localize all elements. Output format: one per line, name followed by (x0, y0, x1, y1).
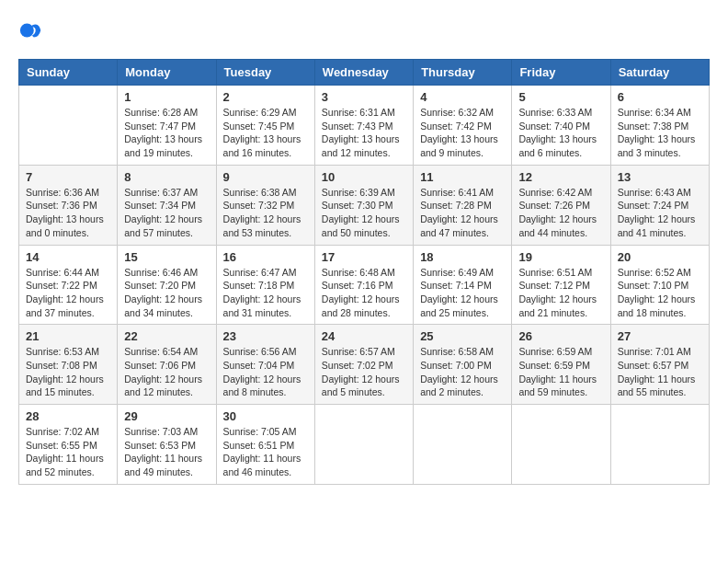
day-cell: 12Sunrise: 6:42 AM Sunset: 7:26 PM Dayli… (512, 165, 610, 245)
day-cell: 5Sunrise: 6:33 AM Sunset: 7:40 PM Daylig… (512, 86, 610, 166)
day-number: 13 (618, 170, 702, 184)
week-row-4: 28Sunrise: 7:02 AM Sunset: 6:55 PM Dayli… (19, 405, 710, 485)
day-cell: 4Sunrise: 6:32 AM Sunset: 7:42 PM Daylig… (414, 86, 512, 166)
day-info: Sunrise: 6:33 AM Sunset: 7:40 PM Dayligh… (518, 106, 603, 160)
header-wednesday: Wednesday (314, 60, 413, 86)
day-info: Sunrise: 6:51 AM Sunset: 7:12 PM Dayligh… (518, 266, 603, 320)
day-number: 1 (124, 90, 209, 104)
day-number: 8 (124, 170, 209, 184)
day-number: 18 (420, 250, 505, 264)
day-number: 20 (618, 250, 702, 264)
header-saturday: Saturday (610, 60, 709, 86)
svg-point-0 (20, 24, 34, 38)
day-number: 30 (223, 409, 308, 423)
day-number: 27 (618, 329, 702, 343)
day-info: Sunrise: 6:54 AM Sunset: 7:06 PM Dayligh… (124, 345, 209, 399)
day-info: Sunrise: 6:57 AM Sunset: 7:02 PM Dayligh… (322, 345, 406, 399)
day-cell (512, 405, 610, 485)
day-info: Sunrise: 7:02 AM Sunset: 6:55 PM Dayligh… (26, 425, 110, 479)
week-row-0: 1Sunrise: 6:28 AM Sunset: 7:47 PM Daylig… (19, 86, 710, 166)
day-info: Sunrise: 6:31 AM Sunset: 7:43 PM Dayligh… (322, 106, 406, 160)
day-number: 4 (420, 90, 505, 104)
day-cell (610, 405, 709, 485)
day-info: Sunrise: 6:28 AM Sunset: 7:47 PM Dayligh… (124, 106, 209, 160)
day-cell: 30Sunrise: 7:05 AM Sunset: 6:51 PM Dayli… (216, 405, 314, 485)
calendar-table: SundayMondayTuesdayWednesdayThursdayFrid… (18, 59, 710, 485)
week-row-3: 21Sunrise: 6:53 AM Sunset: 7:08 PM Dayli… (19, 325, 710, 405)
day-info: Sunrise: 6:48 AM Sunset: 7:16 PM Dayligh… (322, 266, 406, 320)
day-cell: 18Sunrise: 6:49 AM Sunset: 7:14 PM Dayli… (414, 245, 512, 325)
day-cell (314, 405, 413, 485)
day-info: Sunrise: 6:59 AM Sunset: 6:59 PM Dayligh… (518, 345, 603, 399)
day-number: 23 (223, 329, 308, 343)
day-cell: 28Sunrise: 7:02 AM Sunset: 6:55 PM Dayli… (19, 405, 118, 485)
day-number: 28 (26, 409, 110, 423)
day-number: 14 (26, 250, 110, 264)
day-cell: 22Sunrise: 6:54 AM Sunset: 7:06 PM Dayli… (118, 325, 216, 405)
day-cell: 9Sunrise: 6:38 AM Sunset: 7:32 PM Daylig… (216, 165, 314, 245)
day-cell: 10Sunrise: 6:39 AM Sunset: 7:30 PM Dayli… (314, 165, 413, 245)
day-number: 25 (420, 329, 505, 343)
day-number: 7 (26, 170, 110, 184)
day-info: Sunrise: 6:34 AM Sunset: 7:38 PM Dayligh… (618, 106, 702, 160)
day-number: 3 (322, 90, 406, 104)
day-info: Sunrise: 6:44 AM Sunset: 7:22 PM Dayligh… (26, 266, 110, 320)
day-number: 9 (223, 170, 308, 184)
day-number: 22 (124, 329, 209, 343)
day-number: 21 (26, 329, 110, 343)
day-info: Sunrise: 7:03 AM Sunset: 6:53 PM Dayligh… (124, 425, 209, 479)
day-cell: 1Sunrise: 6:28 AM Sunset: 7:47 PM Daylig… (118, 86, 216, 166)
day-info: Sunrise: 6:36 AM Sunset: 7:36 PM Dayligh… (26, 186, 110, 240)
day-info: Sunrise: 6:52 AM Sunset: 7:10 PM Dayligh… (618, 266, 702, 320)
week-row-2: 14Sunrise: 6:44 AM Sunset: 7:22 PM Dayli… (19, 245, 710, 325)
day-cell (414, 405, 512, 485)
day-info: Sunrise: 6:42 AM Sunset: 7:26 PM Dayligh… (518, 186, 603, 240)
day-cell: 17Sunrise: 6:48 AM Sunset: 7:16 PM Dayli… (314, 245, 413, 325)
header-row: SundayMondayTuesdayWednesdayThursdayFrid… (19, 60, 710, 86)
day-number: 17 (322, 250, 406, 264)
day-cell (19, 86, 118, 166)
logo (18, 18, 48, 44)
day-number: 19 (518, 250, 603, 264)
day-cell: 16Sunrise: 6:47 AM Sunset: 7:18 PM Dayli… (216, 245, 314, 325)
day-info: Sunrise: 6:46 AM Sunset: 7:20 PM Dayligh… (124, 266, 209, 320)
calendar-body: 1Sunrise: 6:28 AM Sunset: 7:47 PM Daylig… (19, 86, 710, 485)
day-cell: 13Sunrise: 6:43 AM Sunset: 7:24 PM Dayli… (610, 165, 709, 245)
header-sunday: Sunday (19, 60, 118, 86)
day-number: 26 (518, 329, 603, 343)
header-monday: Monday (118, 60, 216, 86)
calendar-header: SundayMondayTuesdayWednesdayThursdayFrid… (19, 60, 710, 86)
day-info: Sunrise: 6:43 AM Sunset: 7:24 PM Dayligh… (618, 186, 702, 240)
day-cell: 26Sunrise: 6:59 AM Sunset: 6:59 PM Dayli… (512, 325, 610, 405)
day-cell: 20Sunrise: 6:52 AM Sunset: 7:10 PM Dayli… (610, 245, 709, 325)
day-info: Sunrise: 6:56 AM Sunset: 7:04 PM Dayligh… (223, 345, 308, 399)
day-cell: 6Sunrise: 6:34 AM Sunset: 7:38 PM Daylig… (610, 86, 709, 166)
day-number: 12 (518, 170, 603, 184)
day-cell: 19Sunrise: 6:51 AM Sunset: 7:12 PM Dayli… (512, 245, 610, 325)
day-info: Sunrise: 6:58 AM Sunset: 7:00 PM Dayligh… (420, 345, 505, 399)
week-row-1: 7Sunrise: 6:36 AM Sunset: 7:36 PM Daylig… (19, 165, 710, 245)
day-number: 29 (124, 409, 209, 423)
day-info: Sunrise: 6:53 AM Sunset: 7:08 PM Dayligh… (26, 345, 110, 399)
day-cell: 23Sunrise: 6:56 AM Sunset: 7:04 PM Dayli… (216, 325, 314, 405)
day-info: Sunrise: 6:41 AM Sunset: 7:28 PM Dayligh… (420, 186, 505, 240)
day-number: 5 (518, 90, 603, 104)
day-number: 16 (223, 250, 308, 264)
day-cell: 7Sunrise: 6:36 AM Sunset: 7:36 PM Daylig… (19, 165, 118, 245)
header-friday: Friday (512, 60, 610, 86)
day-info: Sunrise: 6:32 AM Sunset: 7:42 PM Dayligh… (420, 106, 505, 160)
day-cell: 15Sunrise: 6:46 AM Sunset: 7:20 PM Dayli… (118, 245, 216, 325)
day-cell: 14Sunrise: 6:44 AM Sunset: 7:22 PM Dayli… (19, 245, 118, 325)
day-info: Sunrise: 7:01 AM Sunset: 6:57 PM Dayligh… (618, 345, 702, 399)
day-cell: 21Sunrise: 6:53 AM Sunset: 7:08 PM Dayli… (19, 325, 118, 405)
day-info: Sunrise: 6:47 AM Sunset: 7:18 PM Dayligh… (223, 266, 308, 320)
page-header (18, 18, 710, 44)
day-number: 10 (322, 170, 406, 184)
day-cell: 25Sunrise: 6:58 AM Sunset: 7:00 PM Dayli… (414, 325, 512, 405)
day-info: Sunrise: 6:29 AM Sunset: 7:45 PM Dayligh… (223, 106, 308, 160)
day-cell: 29Sunrise: 7:03 AM Sunset: 6:53 PM Dayli… (118, 405, 216, 485)
day-cell: 11Sunrise: 6:41 AM Sunset: 7:28 PM Dayli… (414, 165, 512, 245)
day-cell: 24Sunrise: 6:57 AM Sunset: 7:02 PM Dayli… (314, 325, 413, 405)
day-info: Sunrise: 6:37 AM Sunset: 7:34 PM Dayligh… (124, 186, 209, 240)
header-tuesday: Tuesday (216, 60, 314, 86)
